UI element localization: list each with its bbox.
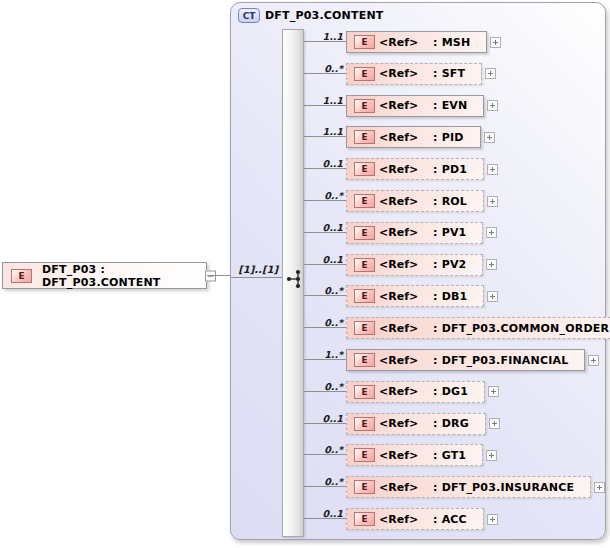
ref-label: <Ref> — [379, 163, 433, 176]
plus-icon — [488, 165, 497, 174]
element-name: : DG1 — [433, 385, 468, 398]
ref-label: <Ref> — [379, 322, 433, 335]
ref-label: <Ref> — [379, 449, 433, 462]
cardinality-label: 1..1 — [267, 31, 343, 42]
element-badge: E — [354, 480, 375, 494]
element-box[interactable]: E <Ref> : DB1 — [346, 285, 484, 307]
root-element-box[interactable]: E DFT_P03 : DFT_P03.CONTENT — [2, 262, 207, 289]
element-box[interactable]: E <Ref> : PD1 — [346, 158, 484, 180]
element-box[interactable]: E <Ref> : DG1 — [346, 381, 485, 403]
element-name: : PID — [433, 131, 464, 144]
expand-button[interactable] — [588, 355, 599, 366]
expand-button[interactable] — [594, 482, 605, 493]
element-row: 0..* E <Ref> : DG1 — [231, 381, 605, 403]
ref-label: <Ref> — [379, 131, 433, 144]
element-row: 0..1 E <Ref> : PV1 — [231, 222, 605, 244]
expand-button[interactable] — [487, 196, 498, 207]
element-box[interactable]: E <Ref> : DFT_P03.FINANCIAL — [346, 349, 585, 371]
element-row: 0..* E <Ref> : GT1 — [231, 444, 605, 466]
ref-label: <Ref> — [379, 290, 433, 303]
element-row: 0..* E <Ref> : DFT_P03.COMMON_ORDER — [231, 317, 605, 339]
element-row: 0..1 E <Ref> : PV2 — [231, 254, 605, 276]
expand-button[interactable] — [486, 450, 497, 461]
expand-button[interactable] — [487, 164, 498, 175]
expand-button[interactable] — [487, 514, 498, 525]
expand-button[interactable] — [486, 227, 497, 238]
expand-button[interactable] — [490, 37, 501, 48]
element-row: 0..1 E <Ref> : PD1 — [231, 158, 605, 180]
element-box[interactable]: E <Ref> : ACC — [346, 508, 484, 530]
cardinality-label: 1..* — [267, 349, 343, 360]
element-badge: E — [354, 385, 375, 399]
element-box[interactable]: E <Ref> : GT1 — [346, 444, 483, 466]
ref-label: <Ref> — [379, 67, 433, 80]
cardinality-label: 0..* — [267, 476, 343, 487]
element-badge: E — [354, 448, 375, 462]
ref-label: <Ref> — [379, 99, 433, 112]
connector-line — [207, 275, 231, 276]
cardinality-label: 0..1 — [267, 413, 343, 424]
element-badge: E — [354, 417, 375, 431]
element-row: 0..* E <Ref> : DB1 — [231, 285, 605, 307]
plus-icon — [486, 69, 495, 78]
element-name: : DFT_P03.INSURANCE — [433, 481, 574, 494]
expand-button[interactable] — [485, 68, 496, 79]
element-name: : ACC — [433, 513, 467, 526]
element-box[interactable]: E <Ref> : DRG — [346, 413, 486, 435]
element-badge: E — [354, 258, 375, 272]
element-name: : PD1 — [433, 163, 467, 176]
expand-button[interactable] — [486, 259, 497, 270]
root-element-label: DFT_P03 : DFT_P03.CONTENT — [42, 263, 206, 289]
plus-icon — [488, 515, 497, 524]
plus-icon — [490, 419, 499, 428]
element-name: : ROL — [433, 195, 467, 208]
element-box[interactable]: E <Ref> : EVN — [346, 95, 484, 117]
element-badge: E — [354, 226, 375, 240]
element-row: 0..1 E <Ref> : DRG — [231, 413, 605, 435]
element-badge: E — [354, 353, 375, 367]
ref-label: <Ref> — [379, 417, 433, 430]
plus-icon — [488, 292, 497, 301]
element-name: : DFT_P03.FINANCIAL — [433, 354, 568, 367]
element-badge: E — [354, 35, 375, 49]
cardinality-label: 0..1 — [267, 508, 343, 519]
element-box[interactable]: E <Ref> : MSH — [346, 31, 487, 53]
element-box[interactable]: E <Ref> : ROL — [346, 190, 484, 212]
element-rows: 1..1 E <Ref> : MSH 0..* E <Ref> : SFT — [231, 3, 605, 539]
element-box[interactable]: E <Ref> : PV1 — [346, 222, 483, 244]
expand-button[interactable] — [484, 132, 495, 143]
plus-icon — [487, 260, 496, 269]
expand-button[interactable] — [489, 418, 500, 429]
plus-icon — [595, 483, 604, 492]
plus-icon — [485, 133, 494, 142]
expand-button[interactable] — [488, 386, 499, 397]
plus-icon — [589, 356, 598, 365]
expand-button[interactable] — [487, 100, 498, 111]
element-box[interactable]: E <Ref> : PID — [346, 126, 481, 148]
element-name: : GT1 — [433, 449, 466, 462]
expand-button[interactable] — [487, 291, 498, 302]
element-row: 0..* E <Ref> : ROL — [231, 190, 605, 212]
element-name: : PV2 — [433, 258, 466, 271]
plus-icon — [491, 38, 500, 47]
plus-icon — [488, 101, 497, 110]
element-name: : DFT_P03.COMMON_ORDER — [433, 322, 609, 335]
element-box[interactable]: E <Ref> : DFT_P03.COMMON_ORDER — [346, 317, 610, 339]
element-box[interactable]: E <Ref> : PV2 — [346, 254, 483, 276]
element-badge: E — [354, 67, 375, 81]
ref-label: <Ref> — [379, 513, 433, 526]
ref-label: <Ref> — [379, 354, 433, 367]
element-row: 0..* E <Ref> : SFT — [231, 63, 605, 85]
plus-icon — [487, 451, 496, 460]
cardinality-label: 0..* — [267, 444, 343, 455]
element-badge: E — [11, 269, 32, 283]
complex-type-container: CT DFT_P03.CONTENT [1]..[1] 1..1 E <Ref>… — [230, 2, 606, 540]
element-box[interactable]: E <Ref> : DFT_P03.INSURANCE — [346, 476, 591, 498]
cardinality-label: 0..* — [267, 317, 343, 328]
element-box[interactable]: E <Ref> : SFT — [346, 63, 482, 85]
element-row: 0..* E <Ref> : DFT_P03.INSURANCE — [231, 476, 605, 498]
element-badge: E — [354, 289, 375, 303]
cardinality-label: 0..* — [267, 285, 343, 296]
schema-diagram: E DFT_P03 : DFT_P03.CONTENT CT DFT_P03.C… — [0, 0, 610, 548]
cardinality-label: 0..* — [267, 190, 343, 201]
